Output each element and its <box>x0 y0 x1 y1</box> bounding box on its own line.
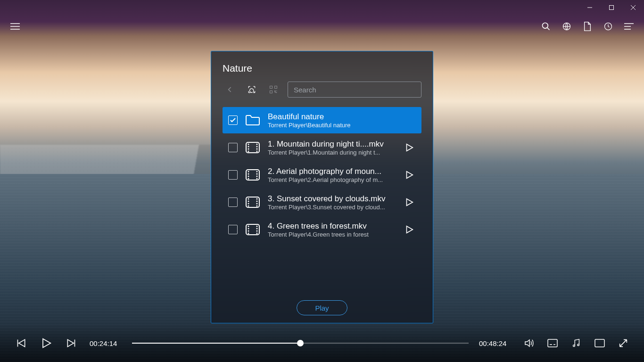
back-button[interactable] <box>223 82 238 97</box>
close-button[interactable] <box>622 0 644 15</box>
checkbox[interactable] <box>228 115 238 125</box>
player-controls: 00:24:14 00:48:24 <box>0 324 644 362</box>
svg-rect-5 <box>275 86 277 89</box>
play-pause-button[interactable] <box>39 336 54 351</box>
checkbox[interactable] <box>228 170 238 180</box>
audio-track-button[interactable] <box>569 336 584 351</box>
item-play-button[interactable] <box>403 141 416 154</box>
svg-point-12 <box>573 345 575 347</box>
svg-point-13 <box>578 344 579 346</box>
pip-button[interactable] <box>592 336 607 351</box>
fullscreen-button[interactable] <box>616 336 631 351</box>
qr-icon[interactable] <box>266 82 281 97</box>
globe-icon[interactable] <box>557 17 576 36</box>
panel-title: Nature <box>211 63 433 82</box>
panel-toolbar <box>211 82 433 107</box>
item-subtitle: Torrent Player\4.Green trees in forest <box>268 231 396 238</box>
search-icon[interactable] <box>537 17 555 36</box>
item-play-button[interactable] <box>403 196 416 209</box>
video-item[interactable]: 4. Green trees in forest.mkvTorrent Play… <box>223 216 421 243</box>
item-title: 4. Green trees in forest.mkv <box>268 222 396 231</box>
history-icon[interactable] <box>599 17 618 36</box>
play-button[interactable]: Play <box>297 300 347 315</box>
item-play-button[interactable] <box>403 168 416 181</box>
item-subtitle: Torrent Player\Beautiful nature <box>268 122 416 129</box>
item-title: 3. Sunset covered by clouds.mkv <box>268 194 396 204</box>
folder-item[interactable]: Beautiful natureTorrent Player\Beautiful… <box>223 107 421 133</box>
subtitles-button[interactable] <box>545 336 560 351</box>
svg-rect-6 <box>270 91 272 93</box>
item-subtitle: Torrent Player\2.Aerial photography of m… <box>268 176 396 183</box>
playlist-list: Beautiful natureTorrent Player\Beautiful… <box>211 107 433 295</box>
next-button[interactable] <box>64 336 79 351</box>
menu-button[interactable] <box>6 17 25 36</box>
maximize-button[interactable] <box>601 0 622 15</box>
video-file-icon <box>244 166 261 183</box>
total-time: 00:48:24 <box>479 339 511 347</box>
item-play-button[interactable] <box>403 223 416 236</box>
video-item[interactable]: 2. Aerial photography of moun...Torrent … <box>223 162 421 188</box>
item-title: 1. Mountain during night ti....mkv <box>268 140 396 149</box>
current-time: 00:24:14 <box>90 339 122 347</box>
item-subtitle: Torrent Player\3.Sunset covered by cloud… <box>268 204 396 211</box>
video-file-icon <box>244 194 261 211</box>
playlist-panel: Nature Beautiful natureTorrent Player\Be… <box>211 51 433 323</box>
video-file-icon <box>244 139 261 156</box>
window-titlebar <box>0 0 644 15</box>
folder-icon <box>244 112 261 129</box>
top-toolbar <box>0 15 644 38</box>
svg-point-1 <box>543 23 548 29</box>
checkbox[interactable] <box>228 225 238 234</box>
svg-rect-11 <box>548 339 557 347</box>
previous-button[interactable] <box>13 336 28 351</box>
scan-icon[interactable] <box>244 82 259 97</box>
video-item[interactable]: 3. Sunset covered by clouds.mkvTorrent P… <box>223 189 421 215</box>
video-file-icon <box>244 221 261 238</box>
item-title: Beautiful nature <box>268 112 416 122</box>
playlist-icon[interactable] <box>619 17 638 36</box>
svg-rect-4 <box>270 86 272 89</box>
volume-button[interactable] <box>521 336 537 351</box>
item-title: 2. Aerial photography of moun... <box>268 167 396 176</box>
file-icon[interactable] <box>578 17 597 36</box>
search-input[interactable] <box>288 82 421 98</box>
checkbox[interactable] <box>228 197 238 207</box>
progress-bar[interactable] <box>132 343 469 344</box>
video-item[interactable]: 1. Mountain during night ti....mkvTorren… <box>223 134 421 161</box>
minimize-button[interactable] <box>579 0 601 15</box>
checkbox[interactable] <box>228 143 238 152</box>
item-subtitle: Torrent Player\1.Mountain during night t… <box>268 149 396 156</box>
svg-rect-0 <box>610 6 614 10</box>
